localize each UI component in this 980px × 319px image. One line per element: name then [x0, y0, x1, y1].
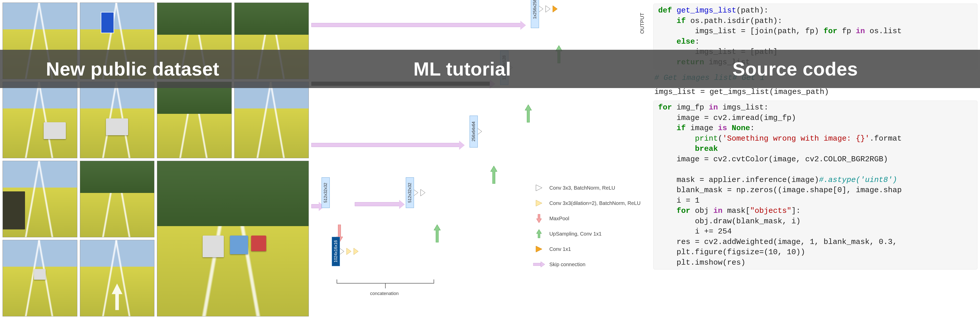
legend-row: Conv 3x3(dilation=2), BatchNorm, ReLU	[533, 199, 641, 207]
upsample-arrow-icon	[490, 166, 498, 184]
triangle-yellow-icon	[533, 199, 545, 207]
upsample-arrow-icon	[433, 225, 441, 243]
conv1x1-icon	[552, 5, 558, 13]
conv-block: 256x64x64	[469, 116, 478, 148]
svg-marker-18	[347, 248, 351, 255]
svg-marker-21	[536, 185, 542, 191]
conv-op-icon	[545, 5, 551, 13]
ml-diagram: 64x256x256 64x256x256 64x256x256 64x256x…	[311, 0, 651, 319]
svg-marker-1	[538, 6, 543, 12]
svg-marker-9	[525, 105, 531, 122]
code-line: imgs_list = get_imgs_list(images_path)	[653, 87, 977, 97]
svg-marker-17	[339, 248, 344, 255]
triangle-icon	[533, 184, 545, 192]
conv-op-icon	[420, 189, 426, 197]
dataset-thumb	[3, 240, 77, 316]
code-block: for img_fp in imgs_list: image = cv2.imr…	[653, 100, 977, 270]
skip-connection-arrow	[311, 204, 319, 208]
concat-bracket-icon	[334, 279, 436, 292]
dataset-thumb	[80, 161, 155, 237]
legend-row: MaxPool	[533, 214, 641, 222]
arrow-red-icon	[533, 214, 545, 222]
headline-mid: ML tutorial	[414, 58, 511, 80]
svg-marker-25	[536, 246, 542, 252]
legend-row: Skip connection	[533, 260, 641, 268]
svg-marker-8	[477, 128, 482, 135]
legend-text: Conv 1x1	[549, 246, 571, 252]
svg-marker-2	[546, 6, 550, 12]
dataset-thumb-large	[157, 161, 309, 316]
legend-text: UpSampling, Conv 1x1	[549, 231, 602, 237]
arrow-purple-icon	[533, 260, 545, 268]
svg-marker-14	[490, 166, 497, 184]
conv-dilated-icon	[346, 248, 352, 255]
source-code-panel: def get_imgs_list(path): if os.path.isdi…	[651, 0, 980, 319]
conv-dilated-icon	[353, 248, 359, 255]
legend-text: Skip connection	[549, 262, 585, 267]
svg-marker-19	[354, 248, 358, 255]
triangle-orange-icon	[533, 245, 545, 253]
svg-marker-22	[536, 200, 542, 206]
svg-marker-23	[536, 214, 542, 223]
svg-marker-20	[434, 225, 441, 243]
dataset-thumb	[80, 240, 155, 316]
svg-marker-3	[553, 6, 557, 12]
legend-row: Conv 3x3, BatchNorm, ReLU	[533, 184, 641, 192]
headline-band: New public dataset ML tutorial Source co…	[0, 50, 980, 88]
conv-block: 1024x16x16	[332, 237, 340, 266]
svg-marker-12	[414, 189, 418, 196]
root: 64x256x256 64x256x256 64x256x256 64x256x…	[0, 0, 980, 319]
svg-rect-26	[533, 263, 541, 266]
skip-connection-arrow	[311, 143, 460, 147]
output-label: OUTPUT	[639, 13, 645, 34]
svg-marker-27	[541, 262, 545, 267]
legend-text: Conv 3x3(dilation=2), BatchNorm, ReLU	[549, 200, 641, 206]
skip-connection-arrow	[355, 202, 399, 206]
legend-text: Conv 3x3, BatchNorm, ReLU	[549, 185, 615, 191]
dataset-thumb	[234, 82, 309, 158]
output-block: 1x256x256	[531, 0, 539, 28]
diagram-legend: Conv 3x3, BatchNorm, ReLU Conv 3x3(dilat…	[533, 184, 641, 276]
headline-right: Source codes	[732, 58, 858, 80]
dataset-thumb	[3, 82, 77, 158]
dataset-thumbnails	[0, 0, 311, 319]
legend-row: UpSampling, Conv 1x1	[533, 230, 641, 238]
dataset-thumb	[80, 82, 155, 158]
arrow-green-icon	[533, 230, 545, 238]
dataset-thumb	[157, 82, 232, 158]
headline-left: New public dataset	[46, 58, 219, 80]
conv-block: 512x32x32	[406, 177, 414, 208]
conv-block: 512x32x32	[321, 177, 330, 208]
legend-row: Conv 1x1	[533, 245, 641, 253]
svg-marker-13	[421, 189, 425, 196]
legend-text: MaxPool	[549, 216, 570, 222]
concat-label: concatenation	[370, 291, 399, 296]
dataset-thumb	[3, 161, 77, 237]
svg-marker-24	[536, 229, 542, 238]
skip-connection-arrow	[311, 23, 520, 27]
upsample-arrow-icon	[525, 105, 532, 122]
